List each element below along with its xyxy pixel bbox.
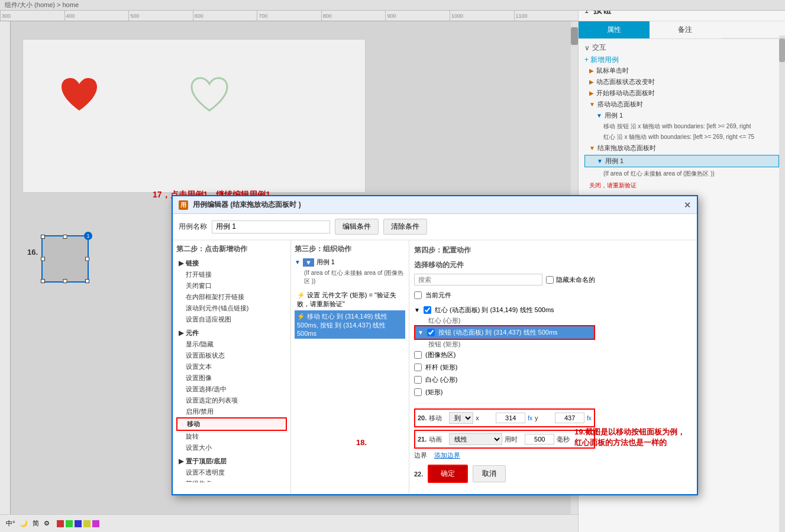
move-to-select[interactable]: 到 — [449, 412, 473, 424]
move-desc-text: 移动 按钮 沿 x 轴拖动 with boundaries: [left >= … — [603, 122, 751, 131]
tree-item-set-list[interactable]: 设置选定的列表项 — [176, 395, 287, 406]
event-state-change: ▶ 动态面板状态改变时 — [584, 76, 779, 87]
x-input[interactable] — [496, 413, 525, 423]
event-mouse-click-label: 鼠标单击时 — [596, 66, 629, 75]
tab-properties[interactable]: 属性 — [579, 21, 650, 38]
arrow-element: ▶ — [179, 329, 183, 337]
example-name-input[interactable] — [212, 220, 330, 233]
tree-item-close-window[interactable]: 关闭窗口 — [176, 280, 287, 291]
step4-title: 第四步：配置动作 — [414, 245, 595, 255]
button-sub-label: 按钮 (矩形) — [428, 340, 460, 348]
tree-item-set-size[interactable]: 设置大小 — [176, 442, 287, 453]
step2-scrollable: ▶ 链接 打开链接 关闭窗口 在内部框架打开链接 滚动到元件(锚点链接) 设置自… — [176, 258, 287, 482]
example-2-selected[interactable]: ▼ 用例 1 — [584, 155, 779, 167]
redheart-checkbox[interactable] — [424, 306, 431, 314]
annotation-20: 20. — [418, 414, 427, 421]
group-layer-label: 置于顶层/底层 — [186, 457, 227, 466]
duration-label: 用时 — [505, 435, 522, 444]
step3-action-1[interactable]: ⚡ 设置 元件文字 (矩形) = "验证失败，请重新验证" — [295, 289, 405, 310]
scrollbar-thumb[interactable] — [571, 27, 578, 45]
tree-item-set-text[interactable]: 设置文本 — [176, 361, 287, 372]
action-text-1: 设置 元件文字 (矩形) = "验证失败，请重新验证" — [297, 291, 396, 307]
bar-checkbox[interactable] — [414, 364, 422, 371]
action-buttons-row: 22. 确定 取消 — [414, 465, 595, 483]
annotation-22: 22. — [414, 471, 423, 478]
whiteheart-label: 白心 (心形) — [425, 375, 457, 384]
example-2-label: 用例 1 — [605, 157, 624, 166]
checkbox-bar: 杆杆 (矩形) — [414, 361, 595, 374]
checkbox-button: ▼ 按钮 (动态面板) 到 (314,437) 线性 500ms — [414, 325, 595, 340]
tree-item-adaptive[interactable]: 设置自适应视图 — [176, 314, 287, 325]
handle-mr — [85, 257, 89, 261]
button-sub: 按钮 (矩形) — [414, 340, 595, 349]
color-swatch-green — [66, 520, 73, 527]
action-icon-2: ⚡ — [297, 313, 305, 320]
confirm-button[interactable]: 确定 — [428, 465, 468, 483]
fx-label-x: fx — [528, 415, 532, 421]
search-input[interactable] — [414, 274, 542, 286]
color-swatches — [57, 520, 99, 527]
tree-item-rotate[interactable]: 旋转 — [176, 431, 287, 442]
section-label: 交互 — [592, 43, 606, 53]
tree-item-set-select[interactable]: 设置选择/选中 — [176, 384, 287, 395]
example-1-label: 用例 1 — [605, 111, 623, 120]
tree-item-set-panel-state[interactable]: 设置面板状态 — [176, 350, 287, 361]
duration-input[interactable] — [525, 434, 554, 445]
move-desc-2: 红心 沿 x 轴拖动 with boundaries: [left >= 269… — [584, 132, 779, 142]
modal-title: 用例编辑器 (结束拖放动态面板时 ) — [193, 200, 301, 210]
ruler-mark-1000: 1000 — [450, 11, 514, 21]
tree-item-move[interactable]: 移动 — [176, 417, 287, 431]
right-panel-scrollbar[interactable] — [779, 35, 785, 532]
tab-notes[interactable]: 备注 — [650, 21, 721, 38]
add-border-link[interactable]: 添加边界 — [434, 451, 460, 460]
tree-item-set-image[interactable]: 设置图像 — [176, 372, 287, 384]
event-panel-open-label: 开始移动动态面板时 — [596, 89, 655, 98]
gear-icon[interactable]: ⚙ — [44, 520, 50, 527]
tree-item-show-hide[interactable]: 显示/隐藏 — [176, 339, 287, 350]
hide-unnamed-label: 隐藏未命名的 — [546, 275, 595, 284]
duration-unit: 毫秒 — [557, 435, 574, 444]
redheart-sub-label: 红心 (心形) — [428, 317, 460, 324]
clear-condition-btn[interactable]: 清除条件 — [383, 219, 427, 235]
ruler-mark-300: 300 — [0, 11, 64, 21]
move-control-row: 20. 移动 到 x fx y fx — [418, 412, 592, 424]
heart-red — [59, 75, 100, 116]
handle-tc — [63, 235, 67, 239]
tree-item-focus[interactable]: 获得焦点 — [176, 478, 287, 482]
animation-select[interactable]: 线性 — [449, 433, 502, 445]
edit-condition-btn[interactable]: 编辑条件 — [335, 219, 379, 235]
checkbox-redheart: ▼ 红心 (动态面板) 到 (314,149) 线性 500ms — [414, 304, 595, 316]
cancel-button[interactable]: 取消 — [473, 465, 506, 482]
hotspot-checkbox[interactable] — [414, 351, 422, 359]
annotation-21: 21. — [418, 436, 427, 443]
step3-action-2[interactable]: ⚡ 移动 红心 到 (314,149) 线性 500ms, 按钮 到 (314,… — [295, 310, 405, 339]
handle-br — [85, 279, 89, 283]
modal-close-btn[interactable]: ✕ — [684, 200, 691, 210]
fx-label-y: fx — [587, 415, 592, 421]
section-title: ∨ 交互 — [584, 43, 779, 53]
tree-item-opacity[interactable]: 设置不透明度 — [176, 467, 287, 478]
step3-example-header: ▼ ▼ 用例 1 — [295, 258, 405, 267]
button-checkbox[interactable] — [427, 329, 435, 336]
animation-row: 21. 动画 线性 用时 毫秒 — [414, 430, 595, 449]
y-input[interactable] — [555, 413, 584, 423]
event-panel-drag: ▼ 搭动动态面板时 — [584, 99, 779, 110]
border-label: 边界 — [414, 451, 432, 460]
small-widget[interactable]: 1 — [41, 235, 89, 283]
hide-unnamed-checkbox[interactable] — [546, 276, 554, 284]
action-icon-1: ⚡ — [297, 291, 305, 299]
whiteheart-checkbox[interactable] — [414, 376, 422, 384]
label-16: 16. — [27, 248, 38, 257]
rect-checkbox[interactable] — [414, 388, 422, 396]
ruler-mark-600: 600 — [193, 11, 257, 21]
tree-item-open-link[interactable]: 打开链接 — [176, 269, 287, 280]
tree-item-open-inner[interactable]: 在内部框架打开链接 — [176, 291, 287, 303]
handle-bc — [63, 279, 67, 283]
ruler-mark-900: 900 — [385, 11, 450, 21]
current-checkbox[interactable] — [414, 291, 422, 299]
action-text-2: 移动 红心 到 (314,149) 线性 500ms, 按钮 到 (314,43… — [297, 313, 387, 337]
tree-item-scroll[interactable]: 滚动到元件(锚点链接) — [176, 303, 287, 314]
add-example-btn[interactable]: + 新增用例 — [584, 55, 779, 65]
tree-item-enable[interactable]: 启用/禁用 — [176, 406, 287, 417]
hotspot-label: (图像热区) — [425, 351, 456, 359]
